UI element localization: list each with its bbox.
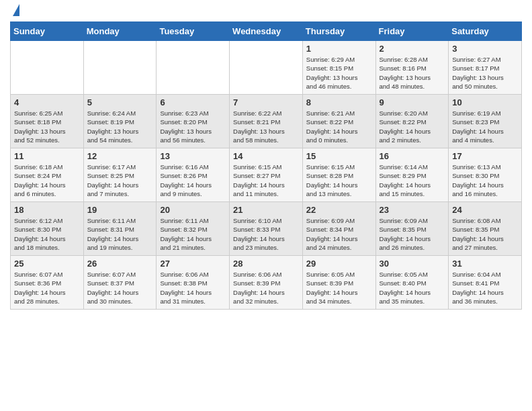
logo-triangle-icon (13, 4, 19, 16)
day-info: Sunrise: 6:12 AM Sunset: 8:30 PM Dayligh… (14, 216, 80, 252)
calendar-cell: 28Sunrise: 6:06 AM Sunset: 8:39 PM Dayli… (230, 256, 303, 310)
day-info: Sunrise: 6:05 AM Sunset: 8:40 PM Dayligh… (380, 270, 445, 306)
day-number: 24 (452, 205, 518, 215)
calendar-cell: 6Sunrise: 6:23 AM Sunset: 8:20 PM Daylig… (157, 95, 230, 148)
day-info: Sunrise: 6:16 AM Sunset: 8:26 PM Dayligh… (160, 163, 226, 198)
calendar-table: SundayMondayTuesdayWednesdayThursdayFrid… (10, 21, 522, 310)
day-number: 8 (306, 97, 372, 107)
header-monday: Monday (83, 22, 157, 41)
header (10, 7, 522, 16)
calendar-cell: 19Sunrise: 6:11 AM Sunset: 8:31 PM Dayli… (83, 202, 157, 256)
day-number: 7 (233, 97, 299, 107)
day-number: 23 (380, 205, 445, 215)
calendar-cell (157, 41, 230, 95)
day-number: 16 (380, 151, 445, 161)
calendar-cell: 25Sunrise: 6:07 AM Sunset: 8:36 PM Dayli… (11, 256, 84, 310)
calendar-cell: 15Sunrise: 6:15 AM Sunset: 8:28 PM Dayli… (302, 148, 375, 202)
calendar-cell: 3Sunrise: 6:27 AM Sunset: 8:17 PM Daylig… (449, 41, 522, 95)
day-number: 2 (380, 44, 445, 54)
day-number: 4 (14, 97, 80, 107)
calendar-cell: 13Sunrise: 6:16 AM Sunset: 8:26 PM Dayli… (157, 148, 230, 202)
calendar-cell: 12Sunrise: 6:17 AM Sunset: 8:25 PM Dayli… (83, 148, 157, 202)
calendar-cell: 20Sunrise: 6:11 AM Sunset: 8:32 PM Dayli… (157, 202, 230, 256)
calendar-cell (83, 41, 157, 95)
day-info: Sunrise: 6:09 AM Sunset: 8:34 PM Dayligh… (306, 216, 372, 252)
calendar-cell: 29Sunrise: 6:05 AM Sunset: 8:39 PM Dayli… (302, 256, 375, 310)
header-thursday: Thursday (302, 22, 375, 41)
calendar-cell (230, 41, 303, 95)
day-info: Sunrise: 6:07 AM Sunset: 8:37 PM Dayligh… (87, 270, 153, 306)
day-info: Sunrise: 6:20 AM Sunset: 8:22 PM Dayligh… (380, 109, 445, 144)
header-tuesday: Tuesday (157, 22, 230, 41)
day-number: 25 (14, 259, 80, 269)
header-wednesday: Wednesday (230, 22, 303, 41)
header-saturday: Saturday (449, 22, 522, 41)
day-info: Sunrise: 6:11 AM Sunset: 8:32 PM Dayligh… (160, 216, 226, 252)
header-friday: Friday (375, 22, 449, 41)
day-number: 31 (452, 259, 518, 269)
day-number: 26 (87, 259, 153, 269)
day-info: Sunrise: 6:27 AM Sunset: 8:17 PM Dayligh… (452, 55, 518, 91)
calendar-cell: 14Sunrise: 6:15 AM Sunset: 8:27 PM Dayli… (230, 148, 303, 202)
calendar-cell: 7Sunrise: 6:22 AM Sunset: 8:21 PM Daylig… (230, 95, 303, 148)
calendar-cell: 2Sunrise: 6:28 AM Sunset: 8:16 PM Daylig… (375, 41, 449, 95)
calendar-cell: 27Sunrise: 6:06 AM Sunset: 8:38 PM Dayli… (157, 256, 230, 310)
calendar-cell (11, 41, 84, 95)
day-number: 5 (87, 97, 153, 107)
day-info: Sunrise: 6:09 AM Sunset: 8:35 PM Dayligh… (380, 216, 445, 252)
calendar-cell: 8Sunrise: 6:21 AM Sunset: 8:22 PM Daylig… (302, 95, 375, 148)
day-number: 22 (306, 205, 372, 215)
day-number: 10 (452, 97, 518, 107)
day-info: Sunrise: 6:08 AM Sunset: 8:35 PM Dayligh… (452, 216, 518, 252)
calendar-cell: 16Sunrise: 6:14 AM Sunset: 8:29 PM Dayli… (375, 148, 449, 202)
calendar-cell: 9Sunrise: 6:20 AM Sunset: 8:22 PM Daylig… (375, 95, 449, 148)
day-number: 9 (380, 97, 445, 107)
day-info: Sunrise: 6:15 AM Sunset: 8:27 PM Dayligh… (233, 163, 299, 198)
day-number: 27 (160, 259, 226, 269)
calendar-cell: 31Sunrise: 6:04 AM Sunset: 8:41 PM Dayli… (449, 256, 522, 310)
day-info: Sunrise: 6:04 AM Sunset: 8:41 PM Dayligh… (452, 270, 518, 306)
day-number: 19 (87, 205, 153, 215)
calendar-cell: 24Sunrise: 6:08 AM Sunset: 8:35 PM Dayli… (449, 202, 522, 256)
day-number: 21 (233, 205, 299, 215)
header-sunday: Sunday (11, 22, 84, 41)
calendar-week-row: 18Sunrise: 6:12 AM Sunset: 8:30 PM Dayli… (11, 202, 522, 256)
calendar-cell: 26Sunrise: 6:07 AM Sunset: 8:37 PM Dayli… (83, 256, 157, 310)
day-info: Sunrise: 6:05 AM Sunset: 8:39 PM Dayligh… (306, 270, 372, 306)
day-number: 13 (160, 151, 226, 161)
calendar-cell: 4Sunrise: 6:25 AM Sunset: 8:18 PM Daylig… (11, 95, 84, 148)
day-number: 18 (14, 205, 80, 215)
calendar-week-row: 25Sunrise: 6:07 AM Sunset: 8:36 PM Dayli… (11, 256, 522, 310)
day-number: 11 (14, 151, 80, 161)
day-info: Sunrise: 6:10 AM Sunset: 8:33 PM Dayligh… (233, 216, 299, 252)
day-info: Sunrise: 6:11 AM Sunset: 8:31 PM Dayligh… (87, 216, 153, 252)
day-number: 20 (160, 205, 226, 215)
day-info: Sunrise: 6:21 AM Sunset: 8:22 PM Dayligh… (306, 109, 372, 144)
day-number: 17 (452, 151, 518, 161)
calendar-cell: 23Sunrise: 6:09 AM Sunset: 8:35 PM Dayli… (375, 202, 449, 256)
day-number: 6 (160, 97, 226, 107)
day-info: Sunrise: 6:22 AM Sunset: 8:21 PM Dayligh… (233, 109, 299, 144)
day-info: Sunrise: 6:29 AM Sunset: 8:15 PM Dayligh… (306, 55, 372, 91)
day-info: Sunrise: 6:18 AM Sunset: 8:24 PM Dayligh… (14, 163, 80, 198)
day-info: Sunrise: 6:19 AM Sunset: 8:23 PM Dayligh… (452, 109, 518, 144)
day-number: 30 (380, 259, 445, 269)
day-number: 12 (87, 151, 153, 161)
day-info: Sunrise: 6:06 AM Sunset: 8:38 PM Dayligh… (160, 270, 226, 306)
day-info: Sunrise: 6:25 AM Sunset: 8:18 PM Dayligh… (14, 109, 80, 144)
day-info: Sunrise: 6:28 AM Sunset: 8:16 PM Dayligh… (380, 55, 445, 91)
calendar-week-row: 1Sunrise: 6:29 AM Sunset: 8:15 PM Daylig… (11, 41, 522, 95)
page: SundayMondayTuesdayWednesdayThursdayFrid… (0, 0, 532, 316)
calendar-header-row: SundayMondayTuesdayWednesdayThursdayFrid… (11, 22, 522, 41)
day-number: 28 (233, 259, 299, 269)
day-info: Sunrise: 6:07 AM Sunset: 8:36 PM Dayligh… (14, 270, 80, 306)
logo (10, 7, 19, 16)
calendar-cell: 18Sunrise: 6:12 AM Sunset: 8:30 PM Dayli… (11, 202, 84, 256)
day-number: 29 (306, 259, 372, 269)
calendar-cell: 17Sunrise: 6:13 AM Sunset: 8:30 PM Dayli… (449, 148, 522, 202)
day-info: Sunrise: 6:24 AM Sunset: 8:19 PM Dayligh… (87, 109, 153, 144)
calendar-cell: 11Sunrise: 6:18 AM Sunset: 8:24 PM Dayli… (11, 148, 84, 202)
calendar-cell: 30Sunrise: 6:05 AM Sunset: 8:40 PM Dayli… (375, 256, 449, 310)
calendar-week-row: 11Sunrise: 6:18 AM Sunset: 8:24 PM Dayli… (11, 148, 522, 202)
calendar-week-row: 4Sunrise: 6:25 AM Sunset: 8:18 PM Daylig… (11, 95, 522, 148)
